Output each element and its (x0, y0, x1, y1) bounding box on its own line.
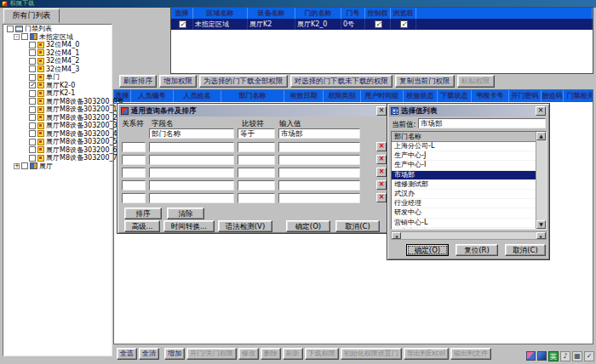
time-convert-button[interactable]: 时间转换... (163, 220, 215, 232)
column-header[interactable]: 胁迫码 (542, 90, 564, 102)
download-permission-button[interactable]: 下载权限 (305, 348, 339, 360)
tree-item-area[interactable]: + 展厅 (3, 162, 112, 171)
tree-item-door[interactable]: 32位M4_3 (3, 65, 112, 74)
checkbox[interactable] (29, 130, 36, 137)
list-item[interactable]: 生产中心-I (392, 161, 536, 170)
tree-item-door[interactable]: 32位M4_1 (3, 49, 112, 58)
tree-item-door[interactable]: 展厅M8设备303200_5号 (3, 138, 112, 146)
list-item[interactable]: 生产中心-J (392, 151, 536, 161)
reset-button[interactable]: 复位(R) (456, 244, 498, 256)
column-header[interactable]: 人员姓名 (174, 90, 221, 102)
scroll-right-icon[interactable]: ▸ (536, 232, 546, 239)
tree-item-door[interactable]: 32位M4_2 (3, 57, 112, 65)
field-input[interactable] (149, 155, 234, 165)
column-header[interactable]: 浏览权 (391, 8, 416, 19)
ime-language-icon[interactable]: 英 (548, 351, 559, 361)
checkbox[interactable] (29, 42, 36, 48)
tree-item-door[interactable]: 单门 (3, 73, 112, 82)
checkbox[interactable] (29, 155, 36, 162)
column-header[interactable]: 设备名称 (248, 8, 295, 19)
column-header[interactable]: 区域名称 (193, 8, 248, 19)
sort-button[interactable]: 排序 (124, 208, 162, 219)
ok-button[interactable]: 确定(O) (286, 220, 330, 232)
tree-item-door[interactable]: 展厅K2-1 (3, 89, 112, 98)
checkbox[interactable] (29, 122, 36, 129)
tree-item-door[interactable]: ✓ 展厅K2-0 (3, 82, 112, 90)
tab-all-doors[interactable]: 所有门列表 (3, 9, 60, 23)
list-item-selected[interactable]: 市场部 (392, 171, 536, 180)
copy-door-permission-button[interactable]: 复制当前门权限 (395, 75, 455, 88)
comparator-input[interactable] (238, 155, 275, 165)
current-value-input[interactable]: 市场部 (418, 118, 546, 128)
clear-button[interactable]: 清除 (167, 208, 204, 219)
relation-input[interactable] (122, 168, 146, 178)
value-input[interactable] (278, 168, 360, 178)
checkbox[interactable] (21, 162, 28, 169)
cancel-button[interactable]: 取消(C) (505, 244, 546, 256)
advanced-button[interactable]: 高级... (124, 220, 160, 232)
checkbox[interactable] (29, 146, 36, 153)
column-header[interactable]: 部门名称 (221, 90, 284, 102)
tree-item-door[interactable]: 展厅M8设备303200_2号 (3, 114, 112, 122)
relation-input[interactable] (122, 180, 146, 191)
check-icon[interactable]: ✓ (584, 351, 594, 361)
tree-item-door[interactable]: 展厅M8设备303200_3号 (3, 122, 112, 130)
checkbox[interactable]: ✓ (29, 82, 36, 88)
tree-item-area[interactable]: - 未指定区域 (3, 33, 112, 42)
checkbox[interactable] (29, 65, 36, 72)
dialog-titlebar[interactable]: 选择值列表 × (389, 105, 547, 117)
scroll-down-icon[interactable]: ▼ (536, 220, 546, 229)
comparator-input[interactable] (238, 193, 275, 203)
collapse-icon[interactable]: - (14, 34, 20, 40)
delete-row-icon[interactable]: × (376, 155, 387, 164)
value-input[interactable] (278, 180, 360, 191)
column-header[interactable]: 选择 (171, 8, 193, 19)
column-header[interactable]: 权限类别 (324, 90, 361, 102)
tree-item-door[interactable]: 展厅M8设备303200_4号 (3, 130, 112, 139)
checkbox[interactable] (29, 98, 36, 105)
control-checkbox[interactable]: ✓ (375, 20, 382, 28)
list-item[interactable]: 上海分公司-L (392, 142, 536, 151)
delete-button[interactable]: 删除 (261, 348, 281, 360)
checkbox[interactable] (29, 74, 36, 81)
delete-row-icon[interactable]: × (376, 193, 387, 202)
column-header[interactable]: 校验状态 (404, 90, 438, 102)
checkbox[interactable] (7, 26, 14, 32)
list-item[interactable]: 正常全职人员 (392, 228, 536, 229)
delete-row-icon[interactable]: × (376, 168, 387, 177)
select-all-button[interactable]: 全选 (117, 348, 137, 360)
field-input[interactable]: 部门名称 (149, 128, 234, 139)
scroll-up-icon[interactable]: ▲ (536, 132, 546, 140)
column-header[interactable]: 下载状态 (438, 90, 472, 102)
add-button[interactable]: 增加 (164, 348, 185, 360)
tree-item-door[interactable]: 展厅M8设备303200_1号 (3, 105, 112, 114)
close-icon[interactable]: × (376, 106, 387, 116)
checkbox[interactable] (29, 58, 36, 65)
comparator-input[interactable] (238, 142, 275, 152)
row-select-checkbox[interactable]: ✓ (179, 20, 186, 28)
comparator-input[interactable] (238, 168, 275, 178)
value-input[interactable] (278, 142, 360, 152)
column-header[interactable]: 门禁相关 (564, 90, 593, 102)
cancel-button[interactable]: 取消(C) (335, 220, 380, 232)
refresh-button[interactable]: 刷新 (283, 348, 303, 360)
syntax-check-button[interactable]: 语法检测(V) (218, 220, 272, 232)
modify-button[interactable]: 修改 (238, 348, 259, 360)
column-header[interactable]: 人员编号 (131, 90, 174, 102)
tray-app-icon[interactable] (537, 351, 547, 361)
column-header[interactable]: 控制权 (365, 8, 391, 19)
column-header[interactable]: 用户时间组 (361, 90, 404, 102)
checkbox[interactable] (21, 33, 28, 40)
tree-item-door[interactable]: 32位M4_0 (3, 41, 112, 49)
list-item[interactable]: 行业经理 (392, 199, 536, 208)
download-all-permissions-button[interactable]: 为选择的门下载全部权限 (199, 75, 288, 88)
init-permission-button[interactable]: 初始化权限设置门 (341, 348, 402, 360)
value-input[interactable] (278, 193, 360, 203)
grid-icon[interactable]: ▦ (572, 351, 582, 361)
ok-button[interactable]: 确定(O) (406, 244, 449, 256)
export-excel-button[interactable]: 导出到Excel (404, 348, 449, 360)
value-input[interactable]: 市场部 (278, 128, 360, 139)
checkbox[interactable] (29, 90, 36, 97)
checkbox[interactable] (29, 106, 36, 113)
tree-item-door[interactable]: 展厅M8设备303200_7号 (3, 154, 112, 162)
